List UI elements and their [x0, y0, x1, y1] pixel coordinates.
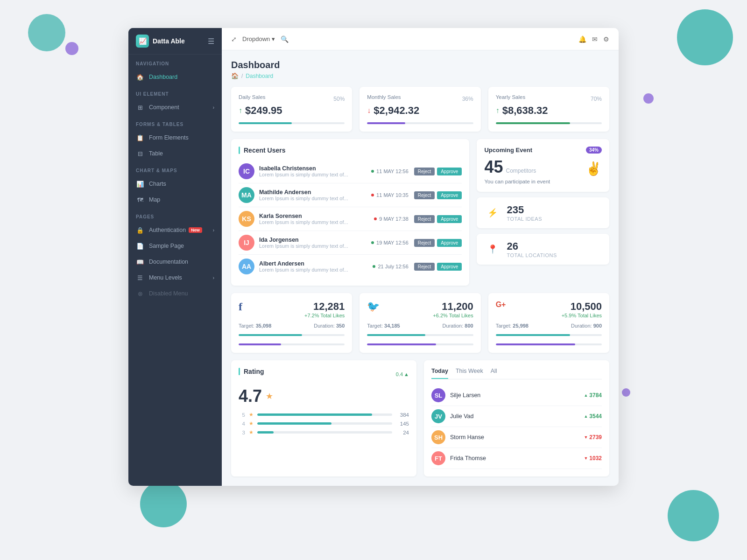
search-icon[interactable]: 🔍: [281, 35, 289, 43]
tw-count: 11,200: [433, 301, 473, 313]
page-icon: 📄: [136, 242, 144, 250]
sidebar-item-menu-levels[interactable]: ☰ Menu Levels ›: [128, 270, 222, 286]
gp-header: G+ 10,500 +5.9% Total Likes: [496, 301, 602, 318]
sidebar-item-charts[interactable]: 📊 Charts: [128, 176, 222, 192]
sidebar-item-label: Component: [149, 104, 179, 111]
avatar: SH: [431, 430, 445, 444]
trend-down-icon: ↓: [367, 106, 371, 115]
sidebar-item-label: Authentication: [149, 227, 186, 233]
monthly-sales-label: Monthly Sales: [367, 94, 401, 100]
mail-icon[interactable]: ✉: [592, 35, 598, 43]
fb-count: 12,281: [304, 301, 345, 313]
new-badge: New: [189, 227, 202, 233]
user-date: 11 MAY 12:56: [371, 168, 409, 174]
recent-users-card: Recent Users IC Isabella Christensen Lor…: [231, 139, 469, 286]
reject-button[interactable]: Reject: [414, 215, 435, 223]
lock-icon: 🔒: [136, 226, 144, 234]
nav-section-label: NAVIGATION: [128, 55, 222, 69]
bottom-row: Rating 0.4 ▲ 4.7 ★ 5: [231, 360, 609, 476]
leader-name: Julie Vad: [450, 413, 584, 420]
bell-icon[interactable]: 🔔: [578, 35, 586, 43]
event-title: Upcoming Event: [484, 147, 532, 154]
approve-button[interactable]: Approve: [437, 215, 462, 223]
menu-icon: ☰: [136, 273, 144, 282]
social-row: f 12,281 +7.2% Total Likes Target: 35,09…: [231, 293, 609, 353]
hamburger-icon[interactable]: ☰: [208, 37, 214, 46]
sidebar-item-dashboard[interactable]: 🏠 Dashboard: [128, 69, 222, 85]
approve-button[interactable]: Approve: [437, 191, 462, 199]
settings-icon[interactable]: ⚙: [603, 35, 609, 43]
rating-bar-4: [257, 422, 392, 425]
star-icon: ★: [249, 420, 254, 427]
sidebar-item-authentication[interactable]: 🔒 Authentication New ›: [128, 222, 222, 238]
rating-big-value: 4.7 ★: [239, 386, 409, 406]
avatar: KS: [239, 211, 254, 227]
tw-bar2: [367, 343, 436, 345]
approve-button[interactable]: Approve: [437, 239, 462, 247]
user-info: Ida Jorgensen Lorem Ipsum is simply dumm…: [259, 237, 371, 249]
reject-button[interactable]: Reject: [414, 191, 435, 199]
daily-sales-pct: 50%: [333, 96, 345, 102]
tw-duration-label: Duration: 800: [443, 323, 473, 329]
dropdown-chevron-icon: ▾: [272, 35, 275, 42]
approve-button[interactable]: Approve: [437, 263, 462, 271]
leader-score: ▼ 2739: [584, 434, 602, 441]
fb-header: f 12,281 +7.2% Total Likes: [239, 301, 345, 318]
sidebar-item-form-elements[interactable]: 📋 Form Elements: [128, 130, 222, 146]
rating-row-3: 3 ★ 24: [239, 429, 409, 435]
user-row: KS Karla Sorensen Lorem Ipsum is simply …: [239, 207, 462, 231]
gp-progress2: [496, 343, 602, 345]
tab-today[interactable]: Today: [431, 368, 448, 379]
status-dot: [373, 265, 375, 268]
sidebar: 📈 Datta Able ☰ NAVIGATION 🏠 Dashboard UI…: [128, 28, 222, 486]
event-emoji: ✌️: [585, 161, 602, 176]
sidebar-logo[interactable]: 📈 Datta Able ☰: [128, 28, 222, 55]
avatar: FT: [431, 451, 445, 465]
sidebar-item-label: Form Elements: [149, 134, 189, 141]
table-icon: ⊟: [136, 149, 144, 158]
upcoming-event-card: Upcoming Event 34% 45 Competitors You ca…: [477, 139, 609, 192]
yearly-progress-bar: [496, 122, 602, 124]
avatar: MA: [239, 187, 254, 203]
sidebar-item-documentation[interactable]: 📖 Documentation: [128, 254, 222, 270]
avatar: SL: [431, 388, 445, 402]
user-info: Karla Sorensen Lorem Ipsum is simply dum…: [259, 213, 374, 225]
expand-icon[interactable]: ⤢: [231, 35, 237, 43]
user-actions: Reject Approve: [414, 239, 462, 247]
event-badge: 34%: [586, 147, 602, 154]
user-actions: Reject Approve: [414, 191, 462, 199]
tab-this-week[interactable]: This Week: [456, 368, 483, 379]
sidebar-item-label: Dashboard: [149, 74, 177, 80]
yearly-sales-label: Yearly Sales: [496, 94, 526, 100]
sidebar-item-table[interactable]: ⊟ Table: [128, 146, 222, 161]
user-row: IJ Ida Jorgensen Lorem Ipsum is simply d…: [239, 231, 462, 255]
rating-3-count: 24: [396, 430, 409, 435]
user-info: Mathilde Andersen Lorem Ipsum is simply …: [259, 189, 371, 201]
sidebar-item-component[interactable]: ⊞ Component ›: [128, 99, 222, 115]
tab-all[interactable]: All: [491, 368, 497, 379]
rating-bar-3: [257, 431, 392, 434]
topbar-dropdown[interactable]: Dropdown ▾: [242, 35, 275, 42]
reject-button[interactable]: Reject: [414, 168, 435, 175]
gp-meta: Target: 25,998 Duration: 900: [496, 323, 602, 329]
reject-button[interactable]: Reject: [414, 239, 435, 247]
reject-button[interactable]: Reject: [414, 263, 435, 271]
google-icon: G+: [496, 301, 506, 309]
charts-icon: 📊: [136, 180, 144, 188]
sidebar-item-map[interactable]: 🗺 Map: [128, 192, 222, 208]
sidebar-item-label: Documentation: [149, 259, 188, 265]
monthly-sales-pct: 36%: [462, 96, 473, 102]
approve-button[interactable]: Approve: [437, 168, 462, 175]
locations-content: 26 TOTAL LOCATIONS: [507, 240, 557, 258]
avatar: IJ: [239, 235, 254, 251]
map-icon: 🗺: [136, 196, 144, 204]
user-name: Isabella Christensen: [259, 165, 371, 172]
event-big-number: 45 Competitors: [484, 157, 550, 177]
gp-bar2: [496, 343, 576, 345]
yearly-sales-pct: 70%: [591, 96, 602, 102]
sidebar-item-sample-page[interactable]: 📄 Sample Page: [128, 238, 222, 254]
ideas-number: 235: [507, 204, 542, 216]
rating-3-label: 3: [239, 430, 245, 435]
event-subtitle: Competitors: [506, 168, 536, 174]
user-desc: Lorem Ipsum is simply dummy text of...: [259, 172, 371, 177]
